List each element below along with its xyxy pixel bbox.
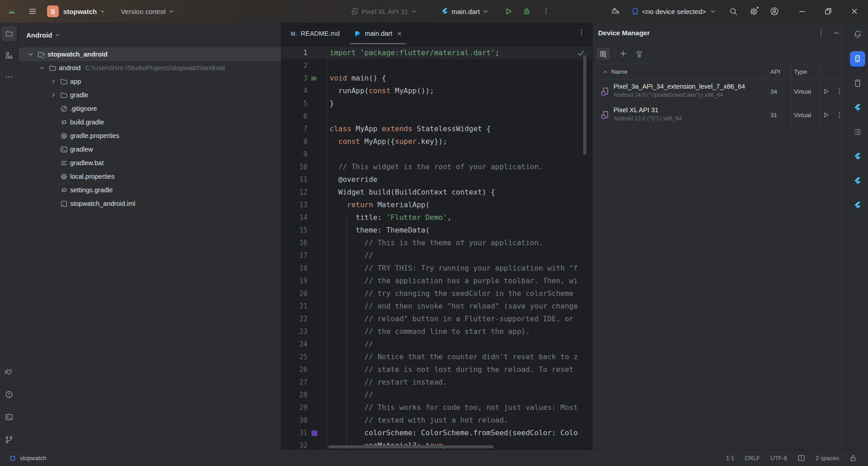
- code-line-25[interactable]: 25 // Notice that the counter didn't res…: [281, 351, 592, 363]
- tool-logcat[interactable]: [1, 364, 17, 380]
- chevron-right-icon[interactable]: [48, 92, 58, 98]
- tool-more[interactable]: [1, 69, 17, 85]
- main-menu-button[interactable]: [28, 7, 37, 16]
- search-everywhere-button[interactable]: [729, 7, 738, 16]
- version-control-widget[interactable]: Version control: [121, 8, 174, 15]
- restore-window-button[interactable]: [824, 7, 832, 15]
- add-device-button[interactable]: [619, 50, 627, 57]
- tool-flutter-outline[interactable]: [850, 100, 865, 115]
- settings-button[interactable]: [750, 7, 758, 16]
- code-line-4[interactable]: 4 runApp(const MyApp());: [281, 85, 592, 97]
- device-manager-options-button[interactable]: [817, 29, 825, 37]
- indent-setting[interactable]: 2 spaces: [816, 455, 839, 461]
- tree-item-android[interactable]: android C:\Users\hiro-\StudioProjects\st…: [19, 61, 281, 75]
- code-line-10[interactable]: 10 // This widget is the root of your ap…: [281, 161, 592, 173]
- attach-debugger-button[interactable]: [611, 7, 620, 16]
- device-view-mode-button[interactable]: [596, 48, 610, 60]
- project-view-selector[interactable]: Android: [19, 23, 281, 48]
- device-options-button[interactable]: [836, 80, 843, 103]
- code-line-11[interactable]: 11 @override: [281, 173, 592, 186]
- code-line-20[interactable]: 20 // try changing the seedColor in the …: [281, 287, 592, 300]
- tree-item-gradle[interactable]: gradle: [19, 88, 281, 102]
- code-line-26[interactable]: 26 // state is not lost during the reloa…: [281, 363, 592, 376]
- tree-item-app[interactable]: app: [19, 75, 281, 88]
- code-line-30[interactable]: 30 // tested with just a hot reload.: [281, 414, 592, 427]
- tree-item-gradlew[interactable]: gradlew: [19, 143, 281, 156]
- run-configuration-selector[interactable]: main.dart: [441, 8, 489, 15]
- code-line-8[interactable]: 8 const MyApp({super.key});: [281, 135, 592, 148]
- horizontal-scrollbar[interactable]: [328, 445, 494, 448]
- column-type[interactable]: Type: [794, 68, 807, 75]
- color-swatch[interactable]: [311, 430, 317, 436]
- tree-item-gradlew.bat[interactable]: gradlew.bat: [19, 156, 281, 170]
- chevron-down-icon[interactable]: [26, 52, 36, 57]
- device-options-button[interactable]: [836, 103, 843, 127]
- column-api[interactable]: API: [770, 68, 780, 75]
- device-row[interactable]: Pixel_3a_API_34_extension_level_7_x86_64…: [593, 80, 846, 103]
- target-device-selector[interactable]: Pixel XL API 31: [351, 8, 417, 15]
- launch-device-button[interactable]: [822, 103, 830, 127]
- profile-button[interactable]: [770, 7, 779, 16]
- tool-problems[interactable]: [1, 387, 17, 402]
- code-line-31[interactable]: 31 colorScheme: ColorScheme.fromSeed(see…: [281, 427, 592, 439]
- tool-resource-manager[interactable]: [1, 48, 17, 63]
- tree-item-.gitignore[interactable]: .gitignore: [19, 102, 281, 115]
- more-run-actions-button[interactable]: [542, 8, 550, 15]
- caret-position[interactable]: 1:1: [726, 455, 734, 461]
- code-line-17[interactable]: 17 //: [281, 249, 592, 262]
- code-line-13[interactable]: 13 return MaterialApp(: [281, 199, 592, 211]
- code-area[interactable]: 1 import 'package:flutter/material.dart'…: [281, 44, 592, 450]
- code-line-23[interactable]: 23 // the command line to start the app)…: [281, 325, 592, 338]
- project-widget[interactable]: stopwatch: [63, 8, 105, 15]
- code-line-16[interactable]: 16 // This is the theme of your applicat…: [281, 237, 592, 249]
- code-line-21[interactable]: 21 // and then invoke "hot reload" (save…: [281, 300, 592, 313]
- tool-running-devices[interactable]: [850, 76, 865, 91]
- hide-panel-button[interactable]: [833, 29, 840, 37]
- code-line-7[interactable]: 7 class MyApp extends StatelessWidget {: [281, 123, 592, 135]
- tool-version-control[interactable]: [1, 432, 17, 447]
- code-line-1[interactable]: 1 import 'package:flutter/material.dart'…: [281, 47, 592, 59]
- code-line-14[interactable]: 14 title: 'Flutter Demo',: [281, 211, 592, 224]
- code-line-9[interactable]: 9: [281, 148, 592, 161]
- tab-README.md[interactable]: M↓ README.md: [283, 23, 347, 44]
- tree-item-settings.gradle[interactable]: settings.gradle: [19, 183, 281, 197]
- tab-main.dart[interactable]: main.dart: [347, 23, 409, 44]
- code-line-5[interactable]: 5 }: [281, 97, 592, 110]
- vertical-scrollbar[interactable]: [583, 55, 586, 155]
- device-row[interactable]: Pixel XL API 31 Android 12.0 ("S") | x86…: [593, 103, 846, 127]
- notifications[interactable]: [850, 27, 865, 42]
- pair-over-wifi-button[interactable]: [634, 50, 644, 58]
- tool-device-manager[interactable]: [850, 51, 865, 67]
- column-name[interactable]: Name: [611, 68, 627, 75]
- file-encoding[interactable]: UTF-8: [770, 455, 787, 461]
- tool-project[interactable]: [1, 26, 17, 41]
- tree-item-stopwatch_android[interactable]: stopwatch_android: [19, 48, 281, 61]
- status-project-widget[interactable]: stopwatch: [0, 455, 47, 461]
- tree-item-gradle.properties[interactable]: gradle.properties: [19, 129, 281, 143]
- close-tab-icon[interactable]: [397, 31, 402, 36]
- code-line-28[interactable]: 28 //: [281, 389, 592, 401]
- code-line-6[interactable]: 6: [281, 110, 592, 123]
- tool-structure[interactable]: [850, 124, 865, 140]
- tool-flutter-inspector[interactable]: [850, 173, 865, 189]
- minimize-button[interactable]: [798, 7, 806, 15]
- run-button[interactable]: [505, 7, 513, 15]
- code-line-15[interactable]: 15 theme: ThemeData(: [281, 224, 592, 237]
- code-line-18[interactable]: 18 // TRY THIS: Try running your applica…: [281, 262, 592, 275]
- close-window-button[interactable]: [850, 7, 859, 15]
- code-line-3[interactable]: 3 void main() {: [281, 72, 592, 85]
- code-line-19[interactable]: 19 // the application has a purple toolb…: [281, 275, 592, 287]
- debug-button[interactable]: [523, 7, 531, 15]
- tool-flutter-deep-links[interactable]: [850, 198, 865, 213]
- tool-terminal[interactable]: [1, 409, 17, 425]
- editor-options-button[interactable]: [578, 29, 585, 36]
- chevron-right-icon[interactable]: [48, 79, 58, 84]
- chevron-down-icon[interactable]: [37, 65, 47, 71]
- tree-item-local.properties[interactable]: local.properties: [19, 170, 281, 183]
- inspections-widget[interactable]: [797, 454, 805, 462]
- code-line-29[interactable]: 29 // This works for code too, not just …: [281, 401, 592, 414]
- code-line-12[interactable]: 12 Widget build(BuildContext context) {: [281, 186, 592, 199]
- mirror-device-selector[interactable]: <no device selected>: [632, 8, 716, 15]
- code-line-2[interactable]: 2: [281, 59, 592, 72]
- tool-flutter-performance[interactable]: [850, 149, 865, 164]
